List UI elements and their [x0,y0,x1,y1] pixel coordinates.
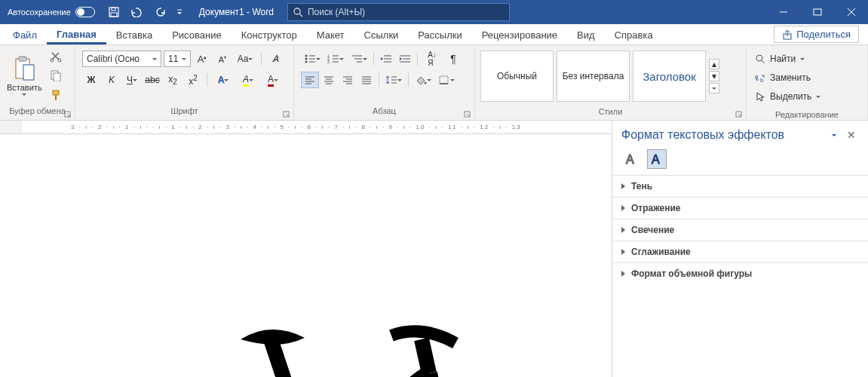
pane-menu-icon[interactable] [832,134,836,136]
italic-icon: K [109,75,115,85]
find-button[interactable]: Найти [755,51,820,67]
tab-file[interactable]: Файл [3,25,47,44]
indent-icon [399,54,411,64]
text-outline-icon: A [624,152,638,166]
tab-design[interactable]: Конструктор [232,25,307,44]
tab-insert[interactable]: Вставка [106,25,162,44]
qat-dropdown-icon[interactable] [176,8,182,16]
subscript-button[interactable]: x2 [164,72,182,88]
section-reflection[interactable]: Отражение [612,197,868,219]
sidepane-title: Формат текстовых эффектов [621,128,824,142]
scroll-up-icon[interactable]: ▴ [709,59,719,69]
multilevel-button[interactable] [348,51,370,67]
expand-gallery-icon[interactable] [709,83,719,93]
tab-home[interactable]: Главная [47,24,106,44]
bullets-button[interactable] [301,51,324,67]
font-size-combo[interactable]: 11 [164,51,191,67]
group-label-paragraph: Абзац [294,106,474,120]
horizontal-ruler[interactable]: 3 · ı · 2 · ı · 1 · ı · · ı · 1 · ı · 2 … [22,121,612,134]
autosave-toggle-icon[interactable] [75,7,95,17]
line-spacing-icon [385,75,397,85]
styles-launcher-icon[interactable] [735,111,743,118]
shrink-font-button[interactable]: A▾ [213,51,232,67]
font-color-button[interactable]: A [262,72,284,88]
sort-icon: А↓Я [428,51,437,67]
borders-button[interactable] [435,72,458,88]
justify-button[interactable] [357,72,376,88]
close-button[interactable] [834,0,868,24]
close-pane-button[interactable]: ✕ [844,129,859,141]
numbering-icon: 123 [327,54,339,64]
maximize-button[interactable] [800,0,834,24]
svg-rect-21 [53,90,59,95]
share-button[interactable]: Поделиться [774,26,859,43]
paragraph-launcher-icon[interactable] [464,111,471,118]
sort-button[interactable]: А↓Я [421,51,443,67]
document-canvas[interactable] [22,134,612,377]
bullets-icon [304,54,316,64]
align-center-button[interactable] [320,72,338,88]
align-left-button[interactable] [301,72,319,88]
svg-point-71 [756,55,762,61]
replace-button[interactable]: abЗаменить [755,69,820,86]
style-no-spacing[interactable]: Без интервала [557,51,630,102]
increase-indent-button[interactable] [396,51,414,67]
redo-icon[interactable] [155,7,166,17]
section-3d-format[interactable]: Формат объемной фигуры [612,262,868,284]
align-right-button[interactable] [339,72,357,88]
strikethrough-button[interactable]: abc [143,72,161,88]
expand-icon [621,271,625,277]
style-heading[interactable]: Заголовок [633,51,706,102]
tab-help[interactable]: Справка [605,25,663,44]
page [67,151,610,377]
grow-font-button[interactable]: A▴ [193,51,211,67]
autosave-control[interactable]: Автосохранение [0,7,103,17]
search-box[interactable]: Поиск (Alt+Ы) [287,3,510,21]
section-soft-edges[interactable]: Сглаживание [612,241,868,262]
styles-gallery-scroll[interactable]: ▴ ▾ [707,48,721,105]
eraser-icon: A̷ [272,54,278,64]
tab-mailings[interactable]: Рассылки [408,25,471,44]
tab-draw[interactable]: Рисование [162,25,231,44]
italic-button[interactable]: K [103,72,121,88]
underline-button[interactable]: Ч [123,72,141,88]
cut-button[interactable] [48,48,64,65]
svg-marker-6 [177,12,182,14]
format-painter-button[interactable] [48,87,64,103]
line-spacing-button[interactable] [382,72,405,88]
text-fill-outline-tab[interactable]: A [621,149,641,169]
select-button[interactable]: Выделить [755,88,820,105]
bold-button[interactable]: Ж [82,72,100,88]
paste-button[interactable]: Вставить [4,48,45,104]
save-icon[interactable] [109,7,119,17]
highlight-button[interactable]: A [237,72,259,88]
font-name-combo[interactable]: Calibri (Осно [82,51,161,67]
copy-button[interactable] [48,67,64,84]
text-effects-button[interactable]: A [212,72,235,88]
minimize-button[interactable] [766,0,800,24]
clipboard-launcher-icon[interactable] [64,111,72,118]
text-effects-tab[interactable]: A [647,149,667,169]
section-shadow[interactable]: Тень [612,175,868,197]
tab-layout[interactable]: Макет [307,25,354,44]
tab-view[interactable]: Вид [567,25,605,44]
section-glow[interactable]: Свечение [612,219,868,241]
shading-button[interactable] [412,72,434,88]
svg-rect-20 [54,73,60,81]
numbering-button[interactable]: 123 [324,51,347,67]
vertical-ruler[interactable] [0,134,22,377]
undo-icon[interactable] [130,7,145,17]
scroll-down-icon[interactable]: ▾ [709,71,719,81]
superscript-button[interactable]: x2 [184,72,202,88]
decrease-indent-button[interactable] [377,51,395,67]
clear-formatting-button[interactable]: A̷ [266,51,284,67]
style-normal[interactable]: Обычный [480,51,554,102]
bicycle-image[interactable] [195,324,520,377]
font-launcher-icon[interactable] [283,111,290,118]
show-marks-button[interactable]: ¶ [444,51,462,67]
tab-review[interactable]: Рецензирование [472,25,567,44]
change-case-button[interactable]: Aa [234,51,256,67]
tab-references[interactable]: Ссылки [354,25,409,44]
svg-text:b: b [760,77,764,83]
document-title: Документ1 - Word [189,7,284,17]
